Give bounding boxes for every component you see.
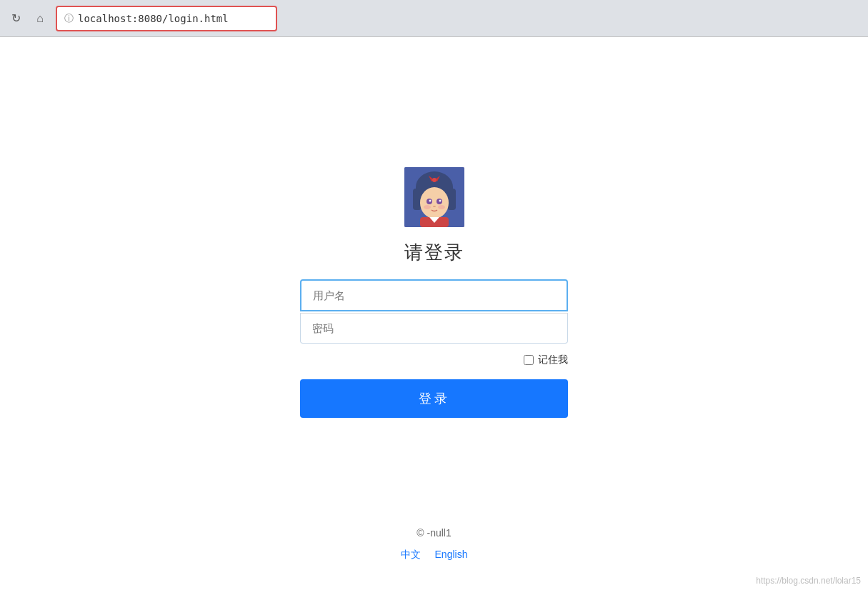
remember-me-row: 记住我 [300,354,568,366]
address-bar-wrapper: ⓘ localhost:8080/login.html [56,6,277,31]
password-input[interactable] [300,313,568,344]
svg-point-5 [420,187,449,219]
home-button[interactable]: ⌂ [30,9,50,29]
language-links: 中文 English [401,549,468,561]
url-text: localhost:8080/login.html [78,13,229,24]
home-icon: ⌂ [36,12,44,25]
csdn-watermark: https://blog.csdn.net/lolar15 [756,576,861,586]
svg-point-12 [438,205,445,209]
svg-point-8 [429,199,431,201]
avatar [404,167,464,227]
lang-chinese-link[interactable]: 中文 [401,549,421,561]
login-title: 请登录 [404,240,464,265]
svg-point-15 [432,178,437,182]
username-input[interactable] [300,279,568,311]
avatar-art [404,167,464,227]
lock-icon: ⓘ [64,12,74,25]
inputs-wrapper [300,279,568,344]
remember-label[interactable]: 记住我 [538,354,568,366]
svg-point-11 [424,205,431,209]
copyright-text: © -null1 [416,527,451,539]
browser-controls: ↻ ⌂ [6,9,50,29]
footer: © -null1 中文 English [0,527,868,561]
remember-checkbox[interactable] [524,355,534,365]
svg-rect-4 [447,189,456,210]
lang-english-link[interactable]: English [435,549,468,561]
browser-chrome: ↻ ⌂ ⓘ localhost:8080/login.html [0,0,868,37]
refresh-button[interactable]: ↻ [6,9,26,29]
login-button[interactable]: 登录 [300,379,568,418]
svg-point-10 [433,206,436,207]
address-bar[interactable]: ⓘ localhost:8080/login.html [56,6,277,31]
login-container: 请登录 记住我 登录 [299,167,570,418]
page-content: 请登录 记住我 登录 © -null1 中文 English https://b… [0,37,868,590]
svg-point-9 [439,199,441,201]
svg-rect-3 [413,189,421,210]
refresh-icon: ↻ [11,11,21,25]
